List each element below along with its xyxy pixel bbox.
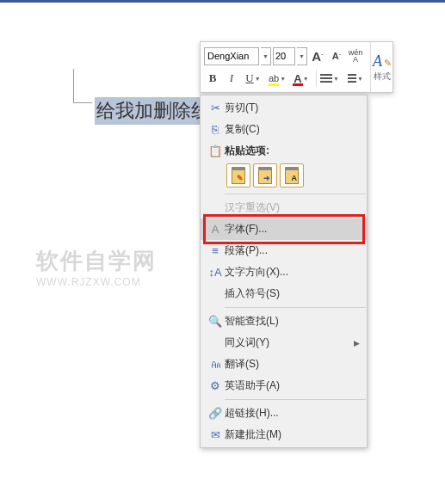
menu-english-assistant[interactable]: ⚙ 英语助手(A): [201, 375, 367, 396]
menu-smart-lookup-label: 智能查找(L): [225, 314, 348, 329]
menu-paragraph[interactable]: ≡ 段落(P)...: [201, 240, 367, 261]
menu-english-label: 英语助手(A): [225, 378, 348, 393]
menu-cut[interactable]: ✂ 剪切(T): [201, 97, 367, 119]
bullets-button[interactable]: ▼: [320, 69, 343, 88]
size-dropdown-icon[interactable]: ▼: [297, 47, 307, 65]
menu-font-label: 字体(F)...: [225, 222, 348, 237]
italic-button[interactable]: I: [223, 69, 240, 88]
paste-keep-formatting[interactable]: ✎: [226, 163, 250, 187]
numbering-button[interactable]: ▼: [344, 69, 367, 88]
font-dropdown-icon[interactable]: ▼: [261, 47, 271, 65]
menu-copy-label: 复制(C): [225, 122, 348, 137]
font-color-button[interactable]: A▼: [290, 69, 312, 88]
paragraph-icon: ≡: [206, 243, 225, 260]
synonyms-icon: [206, 335, 225, 352]
font-icon: A: [206, 221, 225, 238]
phonetic-guide-button[interactable]: wénA: [347, 46, 364, 65]
paste-merge-formatting[interactable]: ➜: [253, 163, 277, 187]
underline-button[interactable]: U▼: [242, 69, 264, 88]
paste-options-row: ✎ ➜ A: [201, 162, 367, 191]
menu-synonyms[interactable]: 同义词(Y) ▶: [201, 332, 367, 353]
menu-copy[interactable]: ⎘ 复制(C): [201, 119, 367, 140]
menu-text-direction-label: 文字方向(X)...: [225, 265, 348, 280]
link-icon: 🔗: [206, 405, 225, 422]
scissors-icon: ✂: [206, 100, 225, 117]
font-size-input[interactable]: [273, 47, 295, 65]
copy-icon: ⎘: [206, 121, 225, 138]
menu-synonyms-label: 同义词(Y): [225, 335, 348, 350]
clipboard-icon: 📋: [206, 143, 225, 160]
text-direction-icon: ↕A: [206, 264, 225, 281]
grow-font-button[interactable]: Aˆ: [309, 46, 326, 65]
menu-cut-label: 剪切(T): [225, 101, 348, 115]
symbol-icon: [206, 286, 225, 303]
menu-smart-lookup[interactable]: 🔍 智能查找(L): [201, 310, 367, 332]
vertical-ruler: [73, 69, 92, 103]
comment-icon: ✉: [206, 427, 225, 444]
styles-button[interactable]: A✎ 样式: [370, 42, 393, 92]
highlight-button[interactable]: ab▼: [266, 69, 288, 88]
search-icon: 🔍: [206, 313, 225, 330]
menu-insert-symbol[interactable]: 插入符号(S): [201, 283, 367, 304]
paste-text-only[interactable]: A: [280, 163, 304, 187]
menu-hanzi-reselect: 汉字重选(V): [201, 197, 367, 218]
assistant-icon: ⚙: [206, 378, 225, 395]
bold-button[interactable]: B: [204, 69, 221, 88]
menu-hanzi-label: 汉字重选(V): [225, 200, 348, 215]
menu-paragraph-label: 段落(P)...: [225, 243, 348, 258]
styles-label: 样式: [374, 71, 391, 83]
menu-hyperlink[interactable]: 🔗 超链接(H)...: [201, 403, 367, 424]
shrink-font-button[interactable]: Aˇ: [328, 46, 345, 65]
menu-paste-options: 📋 粘贴选项:: [201, 140, 367, 162]
mini-toolbar: ▼ ▼ Aˆ Aˇ wénA B I U▼ ab▼ A▼ ▼ ▼ A✎ 样式: [200, 41, 393, 93]
context-menu: ✂ 剪切(T) ⎘ 复制(C) 📋 粘贴选项: ✎ ➜ A 汉字重选(V) A …: [200, 95, 368, 448]
hanzi-icon: [206, 200, 225, 217]
menu-translate-label: 翻译(S): [225, 357, 348, 372]
menu-paste-label: 粘贴选项:: [225, 144, 348, 158]
chevron-right-icon: ▶: [354, 339, 360, 347]
menu-new-comment[interactable]: ✉ 新建批注(M): [201, 424, 367, 446]
menu-translate[interactable]: 🗛 翻译(S): [201, 353, 367, 375]
menu-insert-symbol-label: 插入符号(S): [225, 286, 348, 301]
menu-hyperlink-label: 超链接(H)...: [225, 406, 348, 421]
menu-text-direction[interactable]: ↕A 文字方向(X)...: [201, 261, 367, 283]
menu-comment-label: 新建批注(M): [225, 427, 348, 442]
translate-icon: 🗛: [206, 356, 225, 373]
menu-font[interactable]: A 字体(F)...: [201, 218, 367, 240]
font-name-input[interactable]: [204, 47, 259, 65]
